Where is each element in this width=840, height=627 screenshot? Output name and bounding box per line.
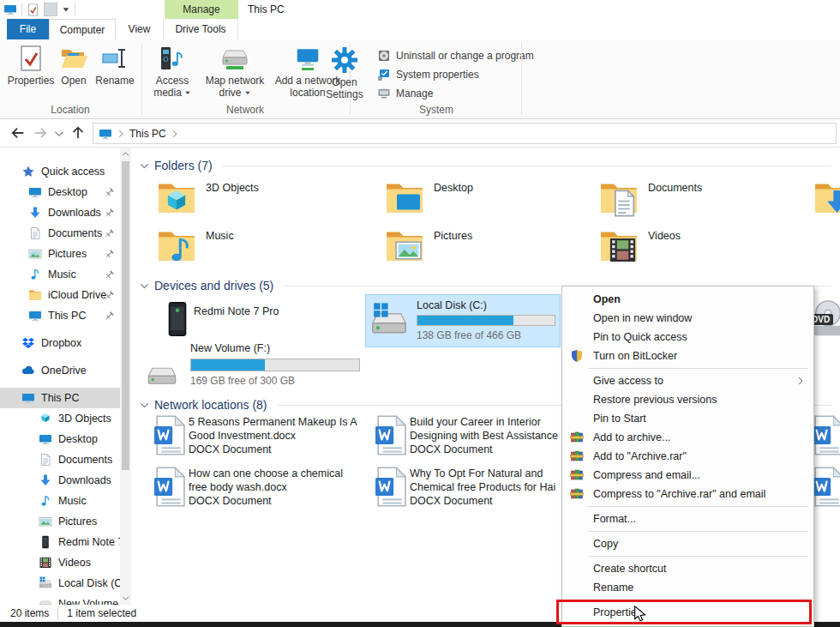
doc-name-line[interactable]: 5 Reasons Permanent Makeup Is A [189, 416, 360, 428]
folder-videos-icon[interactable] [598, 225, 639, 268]
sidebar-item-quick-access[interactable]: Quick access [0, 161, 120, 182]
redmi-phone-icon[interactable] [159, 298, 196, 340]
tab-computer[interactable]: Computer [49, 19, 116, 39]
local-disk-c-label[interactable]: Local Disk (C:) [417, 299, 487, 311]
tab-drive-tools[interactable]: Drive Tools [163, 19, 238, 39]
menu-item-copy[interactable]: Copy [562, 534, 813, 553]
sidebar-item-local-disk-c[interactable]: Local Disk (C:) [0, 573, 120, 594]
word-doc-icon[interactable] [813, 415, 840, 455]
ribbon-open-button[interactable]: Open [57, 45, 91, 87]
folder-downloads-icon[interactable] [813, 177, 840, 220]
doc-name-line[interactable]: Why To Opt For Natural and [410, 467, 569, 479]
menu-item-restore-previous-versions[interactable]: Restore previous versions [562, 390, 813, 409]
sidebar-item-desktop-pinned[interactable]: Desktop [0, 182, 120, 202]
folder-pictures-icon[interactable] [384, 225, 425, 268]
new-volume-f-label[interactable]: New Volume (F:) [190, 342, 270, 354]
word-doc-icon[interactable] [813, 467, 840, 507]
menu-item-pin-to-quick-access[interactable]: Pin to Quick access [562, 328, 813, 347]
collapse-chevron-icon[interactable] [140, 281, 149, 291]
ribbon-rename-button[interactable]: Rename [93, 45, 137, 87]
sidebar-item-pictures-pinned[interactable]: Pictures [0, 244, 120, 264]
up-button[interactable] [70, 125, 86, 141]
doc-name-line[interactable]: How can one choose a chemical [189, 467, 360, 479]
sidebar-item-downloads[interactable]: Downloads [0, 470, 120, 491]
tab-file[interactable]: File [7, 19, 49, 39]
breadcrumb[interactable]: This PC [129, 128, 166, 140]
sidebar-item-redmi-note-7-pro[interactable]: Redmi Note 7 Pr [0, 532, 120, 552]
sidebar-item-icloud-drive[interactable]: iCloud Drive [0, 285, 120, 305]
breadcrumb-chevron-icon[interactable] [171, 130, 179, 138]
sidebar-item-onedrive[interactable]: OneDrive [0, 360, 120, 381]
sidebar-item-documents[interactable]: Documents [0, 449, 120, 470]
menu-item-create-shortcut[interactable]: Create shortcut [562, 559, 813, 578]
doc-name-line[interactable]: free body wash.docx [189, 481, 360, 493]
customize-toolbar-icon[interactable] [62, 5, 70, 14]
address-input[interactable]: This PC [93, 123, 837, 144]
sidebar-item-new-volume-d[interactable]: New Volume (D: [0, 594, 120, 605]
menu-item-pin-to-start[interactable]: Pin to Start [562, 409, 813, 428]
sidebar-item-documents-pinned[interactable]: Documents [0, 223, 120, 244]
folder-3d-objects-icon[interactable] [156, 177, 197, 220]
folder-music-icon[interactable] [156, 225, 197, 268]
menu-item-format[interactable]: Format... [562, 509, 813, 528]
collapse-chevron-icon[interactable] [140, 161, 149, 171]
ribbon-system-properties-button[interactable]: System properties [377, 65, 479, 83]
menu-item-give-access-to[interactable]: Give access to [562, 371, 813, 390]
tile-label[interactable]: Documents [648, 182, 702, 194]
scroll-up-icon[interactable] [122, 150, 129, 158]
menu-item-compress-and-email[interactable]: Compress and email... [562, 466, 813, 485]
sidebar-item-dropbox[interactable]: Dropbox [0, 333, 120, 353]
tile-label[interactable]: Pictures [434, 230, 472, 242]
sidebar-item-this-pc-pinned[interactable]: This PC [0, 305, 120, 326]
breadcrumb-chevron-icon[interactable] [117, 130, 125, 138]
sidebar-item-this-pc[interactable]: This PC [0, 388, 120, 408]
folder-documents-icon[interactable] [598, 177, 639, 220]
local-disk-c-icon[interactable] [370, 302, 408, 340]
ribbon-properties-button[interactable]: Properties [7, 45, 55, 87]
ribbon-open-settings-button[interactable]: Open Settings [319, 46, 370, 100]
menu-item-rename[interactable]: Rename [562, 578, 813, 597]
menu-item-turn-on-bitlocker[interactable]: Turn on BitLocker [562, 347, 813, 365]
tab-view[interactable]: View [116, 19, 163, 39]
word-doc-icon[interactable] [375, 415, 406, 455]
word-doc-icon[interactable] [154, 415, 185, 455]
back-button[interactable] [10, 125, 26, 141]
folder-desktop-icon[interactable] [384, 177, 425, 220]
scrollbar-thumb[interactable] [122, 161, 129, 470]
menu-item-add-to-archive-rar[interactable]: Add to "Archive.rar" [562, 447, 813, 466]
doc-name-line[interactable]: Designing with Best Assistance [410, 430, 569, 442]
tile-label[interactable]: 3D Objects [206, 182, 259, 194]
word-doc-icon[interactable] [154, 467, 185, 507]
sidebar-item-3d-objects[interactable]: 3D Objects [0, 408, 120, 429]
forward-button[interactable] [33, 125, 48, 141]
sidebar-scrollbar[interactable] [120, 148, 131, 605]
sidebar-item-videos[interactable]: Videos [0, 552, 120, 573]
tile-label[interactable]: Desktop [434, 182, 473, 194]
sidebar-item-desktop[interactable]: Desktop [0, 429, 120, 449]
doc-name-line[interactable]: Good Investment.docx [189, 430, 360, 442]
scroll-down-icon[interactable] [122, 594, 129, 602]
doc-name-line[interactable]: Chemical free Products for Hai [410, 481, 569, 493]
ribbon-uninstall-program-button[interactable]: Uninstall or change a program [377, 46, 534, 64]
quick-properties-icon[interactable] [27, 3, 39, 16]
new-volume-f-icon[interactable] [142, 359, 182, 389]
collapse-chevron-icon[interactable] [140, 401, 149, 410]
menu-item-open-in-new-window[interactable]: Open in new window [562, 309, 813, 328]
ribbon-map-network-drive-button[interactable]: Map network drive [202, 45, 267, 99]
menu-item-add-to-archive[interactable]: Add to archive... [562, 428, 813, 447]
sidebar-item-music[interactable]: Music [0, 491, 120, 511]
menu-item-open[interactable]: Open [562, 290, 813, 309]
sidebar-item-music-pinned[interactable]: Music [0, 264, 120, 285]
recent-locations-dropdown-icon[interactable] [54, 129, 64, 139]
menu-item-properties[interactable]: Properties [562, 603, 813, 622]
doc-name-line[interactable]: Build your Career in Interior [410, 416, 569, 428]
ribbon-manage-button[interactable]: Manage [377, 84, 433, 102]
sidebar-item-downloads-pinned[interactable]: Downloads [0, 202, 120, 223]
ribbon-access-media-button[interactable]: Access media [147, 45, 197, 99]
device-redmi-label[interactable]: Redmi Note 7 Pro [194, 305, 279, 317]
word-doc-icon[interactable] [375, 467, 406, 507]
menu-item-compress-to-archive-rar-and-email[interactable]: Compress to "Archive.rar" and email [562, 485, 813, 503]
tile-label[interactable]: Music [206, 230, 234, 242]
tile-label[interactable]: Videos [648, 230, 681, 242]
sidebar-item-pictures[interactable]: Pictures [0, 511, 120, 532]
